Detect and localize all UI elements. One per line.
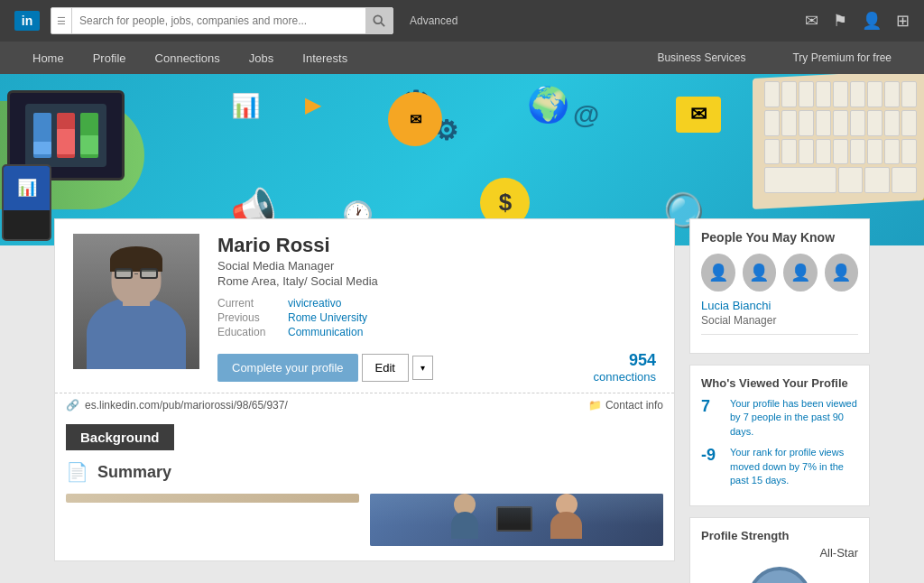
nav-business-services[interactable]: Business Services — [642, 42, 760, 74]
arrow-icon: ▶ — [305, 94, 320, 117]
contact-info-label: Contact info — [605, 399, 663, 412]
profile-actions: Complete your profile Edit ▾ 954 connect… — [217, 351, 656, 384]
viewed-number-1: 7 — [701, 397, 723, 416]
profile-url[interactable]: es.linkedin.com/pub/mariorossi/98/65/937… — [85, 399, 288, 412]
nav-icons: ✉ ⚑ 👤 ⊞ — [805, 11, 910, 31]
profile-section: Mario Rossi Social Media Manager Rome Ar… — [55, 219, 674, 393]
previous-label: Previous — [217, 311, 281, 324]
viewed-text-2: Your rank for profile views moved down b… — [730, 446, 858, 487]
people-avatars: 👤 👤 👤 👤 — [701, 254, 858, 292]
nav-home[interactable]: Home — [18, 42, 79, 74]
dropdown-button[interactable]: ▾ — [412, 356, 433, 380]
viewed-number-2: -9 — [701, 446, 723, 465]
keyboard-keys — [757, 74, 924, 200]
photo-inner — [73, 234, 199, 369]
current-label: Current — [217, 297, 281, 310]
summary-icon: 📄 — [66, 461, 88, 483]
viewed-text-1: Your profile has been viewed by 7 people… — [730, 397, 858, 439]
strength-section: Profile Strength All-Star — [689, 517, 870, 583]
right-column: People You May Know 👤 👤 👤 👤 Lucia Bianch… — [689, 218, 870, 583]
education-row: Education Communication — [217, 326, 656, 338]
edit-button[interactable]: Edit — [362, 354, 409, 382]
avatar-2[interactable]: 👤 — [743, 254, 777, 292]
people-section-title: People You May Know — [701, 230, 858, 245]
nav-jobs[interactable]: Jobs — [235, 42, 288, 74]
strength-title: Profile Strength — [701, 529, 858, 542]
svg-point-0 — [374, 15, 382, 23]
nav-premium[interactable]: Try Premium for free — [778, 42, 906, 74]
profile-name: Mario Rossi — [217, 234, 656, 257]
action-buttons: Complete your profile Edit ▾ — [217, 354, 433, 382]
person-name[interactable]: Lucia Bianchi — [701, 299, 858, 312]
profile-meta: Current vivicreativo Previous Rome Unive… — [217, 297, 656, 338]
sec-nav-right: Business Services Try Premium for free — [642, 42, 906, 74]
summary-images — [66, 494, 663, 546]
folder-icon: 📁 — [588, 399, 602, 412]
viewed-item-2: -9 Your rank for profile views moved dow… — [701, 446, 858, 487]
secondary-nav: Home Profile Connections Jobs Interests … — [0, 42, 924, 74]
globe-icon: 🌍 — [527, 85, 569, 125]
sec-nav-left: Home Profile Connections Jobs Interests — [18, 42, 362, 74]
notifications-icon[interactable]: ⚑ — [833, 11, 847, 31]
avatar-4[interactable]: 👤 — [825, 254, 859, 292]
search-button[interactable] — [365, 7, 393, 34]
email-icon: ✉ — [388, 92, 442, 146]
messages-icon[interactable]: ✉ — [805, 11, 818, 31]
summary-header: 📄 Summary — [66, 461, 663, 483]
linkedin-logo: in — [14, 11, 40, 31]
divider-1 — [701, 334, 858, 335]
education-value[interactable]: Communication — [288, 326, 363, 338]
apps-icon[interactable]: ⊞ — [896, 11, 910, 31]
connections-number: 954 — [594, 351, 656, 370]
summary-title: Summary — [97, 463, 171, 482]
main-content: Mario Rossi Social Media Manager Rome Ar… — [0, 245, 924, 583]
envelope-icon: ✉ — [676, 97, 721, 133]
background-section: Background 📄 Summary — [55, 417, 674, 560]
connections-count: 954 connections — [594, 351, 656, 384]
profile-icon[interactable]: 👤 — [862, 11, 882, 31]
summary-image-desk — [66, 494, 359, 503]
current-value[interactable]: vivicreativo — [288, 297, 341, 310]
viewed-item-1: 7 Your profile has been viewed by 7 peop… — [701, 397, 858, 439]
avatar-3[interactable]: 👤 — [783, 254, 818, 292]
profile-photo — [73, 234, 199, 369]
person-role: Social Manager — [701, 314, 858, 327]
profile-title: Social Media Manager — [217, 259, 656, 273]
summary-image-meeting — [370, 494, 663, 546]
menu-icon: ☰ — [51, 8, 72, 33]
strength-circle — [748, 567, 811, 583]
at-icon: @ — [573, 99, 599, 130]
nav-profile[interactable]: Profile — [79, 42, 141, 74]
search-input[interactable] — [72, 14, 365, 27]
previous-row: Previous Rome University — [217, 311, 656, 324]
viewed-title: Who's Viewed Your Profile — [701, 376, 858, 390]
profile-info: Mario Rossi Social Media Manager Rome Ar… — [217, 234, 656, 384]
left-column: Mario Rossi Social Media Manager Rome Ar… — [54, 218, 675, 561]
top-nav: in ☰ Advanced ✉ ⚑ 👤 ⊞ — [0, 0, 924, 42]
url-left: 🔗 es.linkedin.com/pub/mariorossi/98/65/9… — [66, 399, 288, 412]
phone-decoration: 📊 — [2, 164, 51, 241]
education-label: Education — [217, 326, 281, 338]
background-badge: Background — [66, 424, 174, 450]
previous-value[interactable]: Rome University — [288, 311, 367, 324]
complete-profile-button[interactable]: Complete your profile — [217, 354, 358, 382]
strength-badge: All-Star — [701, 546, 858, 560]
nav-connections[interactable]: Connections — [141, 42, 235, 74]
svg-line-1 — [381, 23, 384, 26]
avatar-1[interactable]: 👤 — [701, 254, 735, 292]
advanced-link[interactable]: Advanced — [410, 14, 457, 27]
nav-interests[interactable]: Interests — [288, 42, 362, 74]
link-icon: 🔗 — [66, 399, 79, 412]
url-bar: 🔗 es.linkedin.com/pub/mariorossi/98/65/9… — [55, 393, 674, 417]
viewed-section: Who's Viewed Your Profile 7 Your profile… — [689, 365, 870, 506]
barchart-icon: 📊 — [231, 92, 260, 120]
current-row: Current vivicreativo — [217, 297, 656, 310]
people-section: People You May Know 👤 👤 👤 👤 Lucia Bianch… — [689, 218, 870, 354]
profile-location: Rome Area, Italy/ Social Media — [217, 274, 656, 288]
search-bar-container: ☰ — [51, 7, 393, 34]
connections-label: connections — [594, 370, 656, 384]
contact-info[interactable]: 📁 Contact info — [588, 399, 663, 412]
